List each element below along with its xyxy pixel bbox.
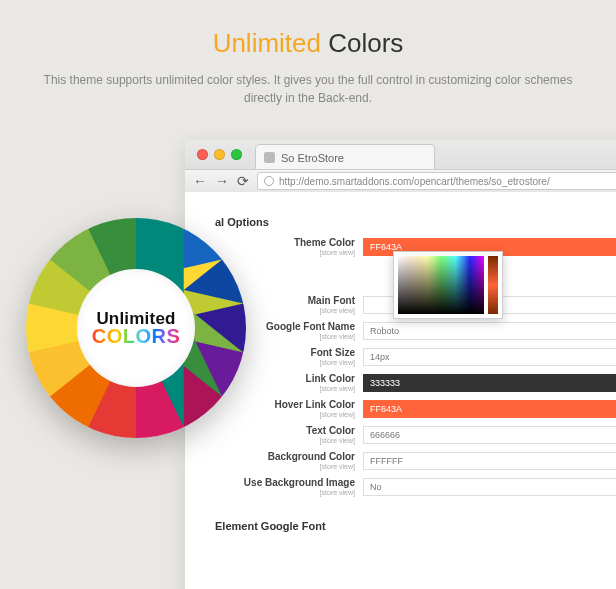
label-google-font: Google Font Name bbox=[266, 321, 355, 332]
title-accent: Unlimited bbox=[213, 28, 321, 58]
browser-tab[interactable]: So EtroStore bbox=[255, 144, 435, 170]
browser-window: So EtroStore ← → ⟳ http://demo.smartaddo… bbox=[185, 140, 616, 589]
tab-title: So EtroStore bbox=[281, 152, 344, 164]
favicon-icon bbox=[264, 152, 275, 163]
wheel-line2: COLORS bbox=[92, 327, 181, 345]
row-google-font-name: Google Font Name[store view] Roboto bbox=[215, 318, 616, 344]
label-text-color: Text Color bbox=[306, 425, 355, 436]
reload-button[interactable]: ⟳ bbox=[237, 173, 249, 189]
row-background-color: Background Color[store view] FFFFFF bbox=[215, 448, 616, 474]
input-hover-link-color[interactable]: FF643A bbox=[363, 400, 616, 418]
row-link-color: Link Color[store view] 333333 bbox=[215, 370, 616, 396]
forward-button[interactable]: → bbox=[215, 173, 229, 189]
input-bg-color[interactable]: FFFFFF bbox=[363, 452, 616, 470]
input-link-color[interactable]: 333333 bbox=[363, 374, 616, 392]
back-button[interactable]: ← bbox=[193, 173, 207, 189]
row-text-color: Text Color[store view] 666666 bbox=[215, 422, 616, 448]
page-subtitle: This theme supports unlimited color styl… bbox=[24, 71, 592, 107]
url-text: http://demo.smartaddons.com/opencart/the… bbox=[279, 176, 550, 187]
row-use-bg-image: Use Background Image[store view] No▾ bbox=[215, 474, 616, 500]
picker-saturation[interactable] bbox=[398, 256, 484, 314]
input-text-color[interactable]: 666666 bbox=[363, 426, 616, 444]
input-font-size[interactable]: 14px bbox=[363, 348, 616, 366]
select-use-bg-image[interactable]: No▾ bbox=[363, 478, 616, 496]
picker-hue[interactable] bbox=[488, 256, 498, 314]
title-rest: Colors bbox=[321, 28, 403, 58]
globe-icon bbox=[264, 176, 274, 186]
page-title: Unlimited Colors bbox=[24, 28, 592, 59]
label-font-size: Font Size bbox=[311, 347, 355, 358]
address-bar[interactable]: http://demo.smartaddons.com/opencart/the… bbox=[257, 172, 616, 190]
color-wheel-badge: Unlimited COLORS bbox=[26, 218, 246, 438]
row-hover-link-color: Hover Link Color[store view] FF643A bbox=[215, 396, 616, 422]
label-theme-color: Theme Color bbox=[294, 237, 355, 248]
zoom-icon[interactable] bbox=[231, 149, 242, 160]
label-bg-color: Background Color bbox=[268, 451, 355, 462]
close-icon[interactable] bbox=[197, 149, 208, 160]
row-font-size: Font Size[store view] 14px bbox=[215, 344, 616, 370]
label-link-color: Link Color bbox=[306, 373, 355, 384]
section-general: al Options bbox=[215, 210, 616, 234]
minimize-icon[interactable] bbox=[214, 149, 225, 160]
section-element-google-font: Element Google Font bbox=[215, 514, 616, 538]
label-use-bg-image: Use Background Image bbox=[244, 477, 355, 488]
wheel-hub: Unlimited COLORS bbox=[77, 269, 195, 387]
color-picker-popover[interactable] bbox=[393, 251, 503, 319]
admin-panel: al Options Theme Color[store view] FF643… bbox=[185, 192, 616, 589]
input-google-font[interactable]: Roboto bbox=[363, 322, 616, 340]
traffic-lights bbox=[197, 149, 242, 160]
label-main-font: Main Font bbox=[308, 295, 355, 306]
label-hover-link-color: Hover Link Color bbox=[274, 399, 355, 410]
